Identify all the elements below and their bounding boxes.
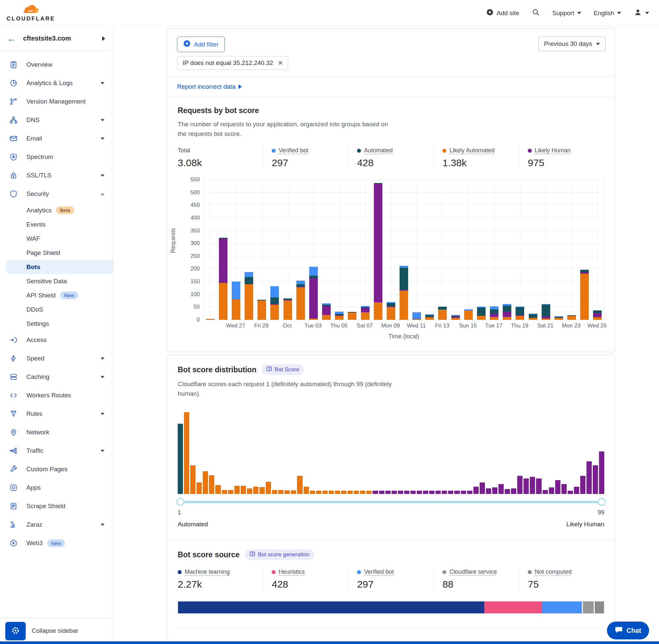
back-arrow-icon[interactable]: ← xyxy=(7,34,16,43)
sidebar-item-overview[interactable]: Overview xyxy=(0,55,113,74)
sidebar-item-web3[interactable]: Web3New xyxy=(0,534,113,552)
sidebar-item-apps[interactable]: Apps xyxy=(0,479,113,497)
stacked-bar[interactable] xyxy=(413,312,421,320)
stat-label[interactable]: Not computed xyxy=(535,569,572,575)
stat-label[interactable]: Likely Automated xyxy=(449,147,494,154)
sidebar-item-security[interactable]: Security xyxy=(0,185,113,203)
stacked-bar[interactable] xyxy=(567,315,576,320)
report-incorrect-data-link[interactable]: Report incorrect data xyxy=(177,83,235,90)
stacked-bar[interactable] xyxy=(529,314,537,320)
date-range-select[interactable]: Previous 30 days xyxy=(538,37,606,51)
bar-segment-automated xyxy=(297,284,305,286)
bot-score-generation-badge[interactable]: Bot score generation xyxy=(245,549,314,560)
sidebar-item-settings[interactable]: Settings xyxy=(0,317,113,331)
stacked-bar[interactable] xyxy=(580,270,589,320)
stacked-bar[interactable] xyxy=(477,307,486,320)
sidebar-item-sensitive-data[interactable]: Sensitive Data xyxy=(0,274,113,288)
sidebar-item-label: Settings xyxy=(26,320,49,327)
sidebar-item-dns[interactable]: DNS xyxy=(0,111,113,129)
stacked-bar[interactable] xyxy=(219,238,228,320)
stacked-bar[interactable] xyxy=(555,316,563,320)
stacked-bar[interactable] xyxy=(593,310,602,320)
sidebar-item-spectrum[interactable]: Spectrum xyxy=(0,148,113,166)
stacked-bar[interactable] xyxy=(516,307,524,320)
stat-label[interactable]: Automated xyxy=(364,147,393,154)
filter-chip[interactable]: IP does not equal 35.212.240.32 ✕ xyxy=(177,56,288,70)
cloudflare-logo[interactable]: CLOUDFLARE xyxy=(0,4,55,22)
stacked-bar[interactable] xyxy=(387,302,395,320)
sidebar-item-analytics-logs[interactable]: Analytics & Logs xyxy=(0,74,113,92)
search-button[interactable] xyxy=(532,8,540,18)
sidebar-item-network[interactable]: Network xyxy=(0,423,113,441)
stacked-bar[interactable] xyxy=(257,300,266,320)
stat-label[interactable]: Likely Human xyxy=(535,147,571,154)
slider-handle-max[interactable] xyxy=(598,498,606,506)
stacked-bar[interactable] xyxy=(309,267,318,320)
slider-handle-min[interactable] xyxy=(176,498,184,506)
slider-track[interactable] xyxy=(178,501,604,503)
section-title: Requests by bot score xyxy=(178,106,604,115)
stacked-bar[interactable] xyxy=(490,306,498,320)
remove-filter-icon[interactable]: ✕ xyxy=(278,59,283,67)
stacked-bar[interactable] xyxy=(542,304,550,320)
stacked-bar[interactable] xyxy=(438,307,447,320)
sidebar-item-caching[interactable]: Caching xyxy=(0,368,113,386)
sidebar-item-waf[interactable]: WAF xyxy=(0,231,113,246)
sidebar-item-email[interactable]: Email xyxy=(0,129,113,148)
stat-label[interactable]: Verified bot xyxy=(279,147,308,154)
stacked-bar[interactable] xyxy=(464,309,473,320)
stacked-bar[interactable] xyxy=(244,272,253,320)
sidebar-item-speed[interactable]: Speed xyxy=(0,349,113,368)
sidebar-item-api-shield[interactable]: API ShieldNew xyxy=(0,288,113,302)
sidebar-item-rules[interactable]: Rules xyxy=(0,405,113,423)
sidebar-item-version-management[interactable]: Version Management xyxy=(0,92,113,111)
stat-label[interactable]: Machine learning xyxy=(185,569,230,575)
sidebar-item-page-shield[interactable]: Page Shield xyxy=(0,246,113,260)
sidebar-item-scrape-shield[interactable]: Scrape Shield xyxy=(0,497,113,515)
sidebar-item-access[interactable]: Access xyxy=(0,331,113,349)
sidebar: ← cftestsite3.com OverviewAnalytics & Lo… xyxy=(0,26,113,641)
language-menu[interactable]: English xyxy=(594,9,621,17)
stacked-bar[interactable] xyxy=(374,183,382,320)
gridline xyxy=(204,256,604,256)
stacked-bar[interactable] xyxy=(232,282,240,320)
sidebar-item-traffic[interactable]: Traffic xyxy=(0,441,113,460)
account-menu[interactable] xyxy=(634,8,649,18)
stacked-bar[interactable] xyxy=(503,304,511,320)
stacked-bar[interactable] xyxy=(322,303,331,320)
stat-label[interactable]: Cloudflare service xyxy=(449,569,497,575)
y-tick-label: 250 xyxy=(180,253,200,259)
stacked-bar[interactable] xyxy=(451,315,460,320)
stacked-bar[interactable] xyxy=(270,286,279,320)
collapse-sidebar[interactable]: Collapse sidebar xyxy=(0,618,113,641)
sidebar-item-events[interactable]: Events xyxy=(0,217,113,231)
stacked-bar[interactable] xyxy=(425,314,434,320)
sidebar-item-custom-pages[interactable]: Custom Pages xyxy=(0,460,113,479)
score-range-slider[interactable] xyxy=(178,498,604,506)
stacked-bar[interactable] xyxy=(206,319,215,320)
sidebar-item-bots[interactable]: Bots xyxy=(5,260,113,274)
sidebar-settings-button[interactable] xyxy=(5,622,26,640)
bot-score-badge[interactable]: Bot Score xyxy=(262,364,304,375)
stacked-bar[interactable] xyxy=(361,306,370,320)
add-site-button[interactable]: Add site xyxy=(486,8,519,18)
stacked-bar[interactable] xyxy=(283,298,292,320)
sidebar-item-workers-routes[interactable]: Workers Routes xyxy=(0,386,113,405)
stacked-bar[interactable] xyxy=(400,266,408,320)
chat-button[interactable]: Chat xyxy=(607,622,649,639)
stacked-bar[interactable] xyxy=(348,312,356,320)
sidebar-item-analytics[interactable]: AnalyticsBeta xyxy=(0,203,113,217)
stacked-bar[interactable] xyxy=(335,312,344,320)
support-menu[interactable]: Support xyxy=(552,9,581,17)
site-switcher-chevron[interactable] xyxy=(102,36,105,41)
docs-icon xyxy=(250,551,255,558)
add-filter-button[interactable]: Add filter xyxy=(177,37,225,52)
collapse-sidebar-label: Collapse sidebar xyxy=(32,627,78,635)
sidebar-item-ssl-tls[interactable]: SSL/TLS xyxy=(0,166,113,185)
stat-label[interactable]: Heuristics xyxy=(279,569,305,575)
stacked-bar[interactable] xyxy=(297,281,305,320)
chevron-down-icon xyxy=(100,82,104,85)
stat-label[interactable]: Verified bot xyxy=(364,569,394,575)
sidebar-item-zaraz[interactable]: Zaraz xyxy=(0,515,113,534)
sidebar-item-ddos[interactable]: DDoS xyxy=(0,302,113,317)
